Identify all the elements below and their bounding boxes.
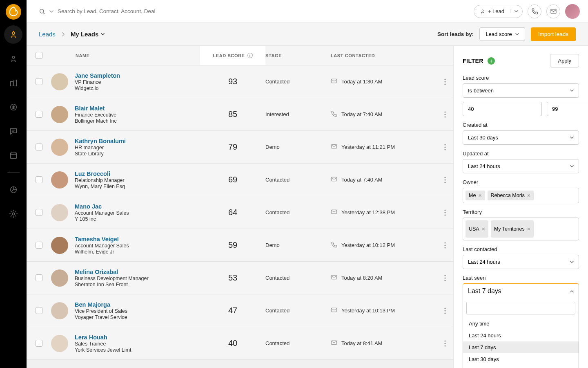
remove-tag-icon[interactable]: × [527,192,530,199]
lead-avatar[interactable] [51,269,68,287]
lead-name[interactable]: Tamesha Veigel [75,236,129,242]
app-logo[interactable] [6,4,21,20]
row-menu-button[interactable] [437,275,453,281]
lead-name[interactable]: Lera Houah [75,334,131,341]
lead-name[interactable]: Melina Orizabal [75,269,149,275]
row-checkbox[interactable] [36,144,42,150]
search-scope-dropdown-icon[interactable] [49,9,53,13]
add-lead-label: + Lead [488,8,504,14]
row-checkbox[interactable] [36,111,42,118]
lead-avatar[interactable] [51,237,68,254]
svg-point-36 [444,280,445,281]
add-lead-dropdown-icon[interactable] [510,9,522,13]
column-contacted[interactable]: LAST CONTACTED [331,53,437,58]
lead-name[interactable]: Kathryn Bonalumi [75,138,126,144]
row-menu-button[interactable] [437,111,453,118]
breadcrumb-parent[interactable]: Leads [39,31,56,38]
filter-updated-select[interactable]: Last 24 hours [463,159,579,173]
lead-avatar[interactable] [51,139,68,156]
remove-tag-icon[interactable]: × [527,226,530,232]
filter-tag: Me× [466,191,485,200]
mail-button[interactable] [546,4,560,18]
row-menu-button[interactable] [437,79,453,85]
add-lead-button[interactable]: + Lead [474,8,510,14]
row-checkbox[interactable] [36,209,42,216]
lead-name[interactable]: Blair Malet [75,105,117,112]
apply-filter-button[interactable]: Apply [550,54,579,67]
row-menu-button[interactable] [437,144,453,150]
lead-name[interactable]: Luz Broccoli [75,171,125,177]
lead-avatar[interactable] [51,204,68,221]
filter-lead-score-min[interactable] [463,102,542,116]
import-leads-button[interactable]: Import leads [531,27,576,41]
svg-point-28 [444,212,445,213]
lead-title: Finance Executive [75,112,117,118]
dropdown-option[interactable]: Is before [463,365,579,368]
column-score[interactable]: LEAD SCORE i [200,46,265,65]
sidebar-divider [7,172,20,173]
column-stage[interactable]: STAGE [265,53,331,58]
filter-last-contacted-select[interactable]: Last 24 hours [463,255,579,269]
lead-name[interactable]: Mano Jac [75,203,129,210]
lead-title: Account Manager Sales [75,243,129,249]
filter-lead-score-condition[interactable]: Is between [463,83,579,98]
lead-company: Wilhelm, Evide Jr [75,249,129,255]
lead-score: 59 [200,240,265,250]
filter-owner-tagbox[interactable]: Me×Rebecca Moris× [463,188,579,203]
dropdown-option[interactable]: Last 7 days [463,341,579,353]
row-menu-button[interactable] [437,209,453,216]
row-checkbox[interactable] [36,340,42,347]
filter-last-seen-search[interactable] [466,302,575,314]
row-menu-button[interactable] [437,242,453,249]
lead-score: 93 [200,77,265,86]
svg-point-29 [444,214,445,215]
nav-settings-icon[interactable] [4,204,22,223]
lead-avatar[interactable] [51,335,68,352]
breadcrumb-current[interactable]: My Leads [71,31,105,38]
lead-name[interactable]: Ben Majorga [75,301,127,308]
row-menu-button[interactable] [437,177,453,183]
nav-contacts-icon[interactable] [4,49,22,68]
lead-stage: Demo [265,242,331,248]
lead-avatar[interactable] [51,171,68,188]
row-checkbox[interactable] [36,307,42,314]
select-all-checkbox[interactable] [36,52,42,59]
column-name[interactable]: NAME [51,53,200,58]
lead-title: Account Manager Sales [75,210,129,216]
filter-lead-score-max[interactable] [547,102,588,116]
nav-calendar-icon[interactable] [4,146,22,164]
remove-tag-icon[interactable]: × [482,226,485,232]
filter-territory-tagbox[interactable]: USA×My Territories× [463,218,579,240]
info-icon[interactable]: i [247,53,253,58]
filter-last-seen-select[interactable]: Last 7 days Any timeLast 24 hoursLast 7 … [463,283,579,368]
filter-created-select[interactable]: Last 30 days [463,130,579,145]
dropdown-option[interactable]: Last 24 hours [463,330,579,341]
user-avatar[interactable] [565,4,580,19]
nav-accounts-icon[interactable] [4,74,22,92]
add-filter-button[interactable]: + [488,57,495,65]
remove-tag-icon[interactable]: × [478,192,481,199]
sort-select[interactable]: Lead score [479,27,525,41]
svg-point-25 [444,182,445,183]
search-icon[interactable] [39,8,45,15]
nav-deals-icon[interactable] [4,98,22,116]
dropdown-option[interactable]: Last 30 days [463,353,579,365]
lead-avatar[interactable] [51,73,68,90]
row-checkbox[interactable] [36,78,42,85]
row-checkbox[interactable] [36,274,42,281]
phone-button[interactable] [528,4,541,18]
row-checkbox[interactable] [36,176,42,183]
search-input[interactable] [58,8,470,14]
nav-leads-icon[interactable] [4,25,22,44]
row-menu-button[interactable] [437,307,453,314]
nav-conversations-icon[interactable] [4,122,22,140]
nav-reports-icon[interactable] [4,180,22,199]
lead-stage: Contacted [265,340,331,346]
lead-avatar[interactable] [51,106,68,123]
lead-name[interactable]: Jane Sampleton [75,72,120,79]
row-menu-button[interactable] [437,340,453,347]
mail-icon [331,339,337,347]
row-checkbox[interactable] [36,242,42,249]
dropdown-option[interactable]: Any time [463,318,579,330]
lead-avatar[interactable] [51,302,68,319]
